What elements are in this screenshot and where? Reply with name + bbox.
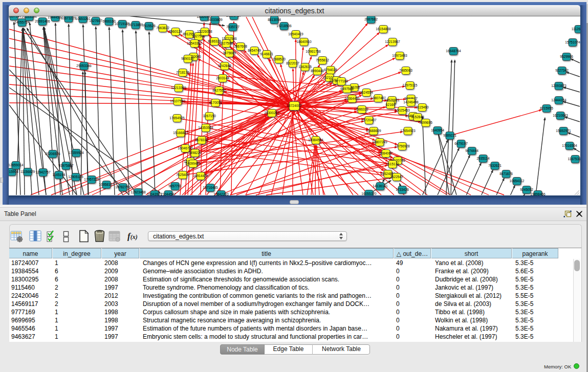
svg-text:3875685: 3875685 [223, 51, 236, 55]
svg-text:9327508: 9327508 [220, 41, 233, 45]
svg-text:9227342: 9227342 [555, 69, 569, 72]
svg-text:8990448: 8990448 [311, 69, 324, 73]
svg-text:2867608: 2867608 [234, 45, 247, 48]
svg-text:10958107: 10958107 [99, 183, 114, 186]
svg-text:16055370: 16055370 [361, 192, 377, 195]
svg-text:17654925: 17654925 [169, 116, 185, 120]
svg-text:14055724: 14055724 [14, 20, 30, 24]
svg-text:1615132: 1615132 [386, 162, 399, 166]
svg-text:8215955: 8215955 [540, 106, 553, 110]
svg-text:8454749: 8454749 [248, 49, 261, 52]
svg-text:6966160: 6966160 [102, 19, 116, 23]
svg-text:17016504: 17016504 [562, 144, 577, 147]
svg-text:15716485: 15716485 [203, 186, 218, 189]
svg-text:62160: 62160 [386, 103, 396, 106]
svg-text:9389221: 9389221 [443, 134, 456, 137]
svg-text:12942757: 12942757 [35, 170, 51, 174]
svg-text:12213369: 12213369 [171, 86, 186, 90]
svg-text:4170051: 4170051 [209, 101, 222, 104]
svg-text:18640910: 18640910 [296, 40, 312, 43]
svg-text:12923468: 12923468 [130, 190, 146, 194]
svg-text:7485063: 7485063 [399, 69, 412, 72]
svg-text:19107550: 19107550 [170, 99, 185, 103]
svg-text:2522547: 2522547 [390, 175, 403, 179]
svg-text:10025453: 10025453 [395, 108, 410, 112]
svg-text:9242848: 9242848 [218, 64, 231, 68]
svg-text:9152844: 9152844 [411, 115, 424, 119]
svg-text:1527607: 1527607 [89, 19, 102, 23]
svg-text:9474444: 9474444 [465, 149, 478, 152]
svg-text:8427552: 8427552 [212, 89, 226, 92]
svg-text:16540419: 16540419 [288, 32, 303, 36]
svg-text:10688609: 10688609 [366, 129, 381, 133]
svg-text:8678332: 8678332 [195, 138, 208, 142]
svg-text:19218506: 19218506 [276, 24, 292, 28]
svg-text:10961758: 10961758 [306, 50, 321, 53]
svg-text:2718176: 2718176 [176, 71, 189, 74]
svg-text:18807249: 18807249 [372, 140, 387, 144]
svg-text:10654112: 10654112 [510, 179, 525, 183]
svg-text:7663822: 7663822 [156, 26, 169, 30]
svg-text:10653267: 10653267 [75, 17, 91, 20]
svg-text:14136141: 14136141 [373, 184, 388, 188]
svg-text:29053346: 29053346 [76, 64, 92, 68]
svg-text:20533194: 20533194 [21, 16, 37, 18]
svg-text:16782759: 16782759 [115, 185, 130, 189]
svg-text:6794028: 6794028 [324, 68, 337, 72]
svg-text:8960124: 8960124 [169, 30, 182, 33]
svg-text:1640954: 1640954 [431, 128, 444, 132]
svg-text:3915904: 3915904 [9, 170, 18, 173]
svg-text:9146821: 9146821 [260, 52, 273, 56]
svg-text:16154808: 16154808 [376, 27, 391, 31]
svg-text:9657791: 9657791 [168, 184, 182, 188]
svg-text:10807487: 10807487 [371, 96, 386, 100]
svg-text:9699695: 9699695 [419, 121, 432, 124]
svg-text:2087682: 2087682 [364, 17, 378, 21]
svg-text:9777169: 9777169 [335, 79, 348, 83]
svg-text:16914479: 16914479 [193, 174, 208, 178]
svg-text:11675317: 11675317 [568, 157, 580, 161]
svg-text:12213967: 12213967 [385, 40, 400, 43]
svg-text:16210643: 16210643 [553, 114, 568, 117]
svg-text:9084067: 9084067 [379, 151, 393, 155]
svg-text:7515526: 7515526 [142, 24, 156, 28]
svg-text:16713855: 16713855 [128, 23, 143, 27]
svg-text:8471676: 8471676 [499, 172, 513, 176]
svg-text:16543362: 16543362 [187, 41, 202, 45]
svg-text:8813054: 8813054 [268, 18, 281, 21]
svg-text:2935114: 2935114 [476, 157, 490, 160]
svg-text:19898466: 19898466 [530, 192, 546, 195]
svg-text:20101437: 20101437 [226, 16, 242, 17]
svg-text:14353594: 14353594 [198, 126, 213, 129]
svg-text:10043921: 10043921 [147, 192, 162, 195]
svg-text:17957225: 17957225 [84, 178, 99, 181]
svg-text:3624554: 3624554 [360, 91, 373, 94]
svg-text:8322037: 8322037 [286, 61, 299, 65]
svg-text:15226058: 15226058 [197, 30, 212, 33]
svg-text:1588520: 1588520 [272, 57, 286, 61]
svg-text:15720407: 15720407 [361, 118, 377, 122]
svg-text:25300263: 25300263 [264, 111, 279, 115]
svg-text:16648764: 16648764 [446, 49, 461, 53]
svg-text:7955812: 7955812 [316, 58, 329, 62]
svg-text:15692971: 15692971 [556, 129, 571, 133]
svg-text:11126521: 11126521 [572, 27, 580, 31]
svg-text:12659014: 12659014 [9, 163, 24, 167]
svg-text:7986322: 7986322 [355, 107, 368, 111]
svg-text:15166827: 15166827 [173, 131, 188, 135]
svg-text:1145194: 1145194 [52, 173, 66, 177]
svg-text:18724007: 18724007 [287, 104, 302, 107]
svg-text:9890157: 9890157 [181, 57, 194, 60]
svg-text:20557241: 20557241 [9, 16, 21, 18]
svg-text:3267150: 3267150 [203, 114, 216, 118]
svg-text:7835727: 7835727 [226, 25, 239, 29]
svg-text:20691406: 20691406 [35, 19, 50, 23]
svg-text:9245052: 9245052 [520, 188, 533, 191]
svg-text:2803144: 2803144 [216, 76, 229, 80]
svg-text:7632621: 7632621 [488, 164, 502, 167]
svg-text:9115460: 9115460 [416, 105, 429, 109]
svg-text:93975867: 93975867 [58, 164, 74, 167]
svg-text:19756928: 19756928 [395, 144, 410, 148]
svg-text:9529966: 9529966 [560, 55, 573, 58]
svg-text:6497568: 6497568 [340, 87, 354, 91]
